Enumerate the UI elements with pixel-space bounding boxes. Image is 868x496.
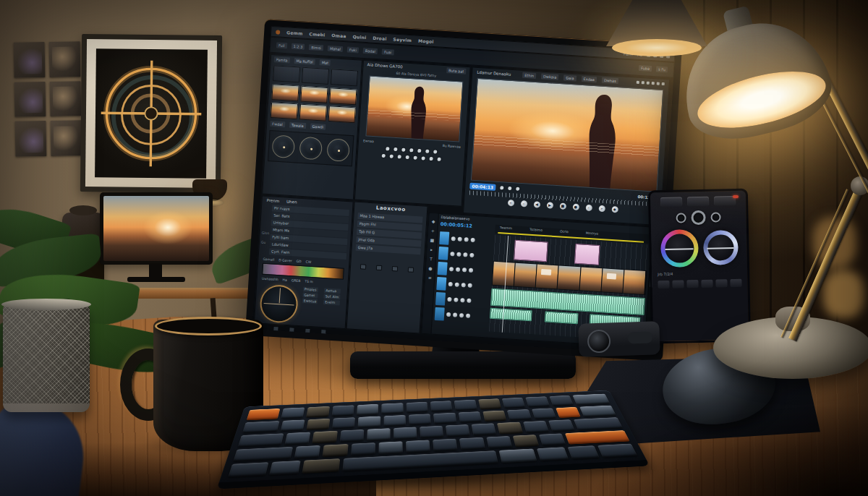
properties-tab[interactable]: Prenm: [266, 198, 279, 203]
timeline-tool-icon[interactable]: ≡: [428, 275, 432, 280]
program-header-icon[interactable]: [652, 82, 655, 85]
video-clip-frame[interactable]: [514, 263, 537, 288]
program-menu-item[interactable]: Dwhas: [602, 77, 618, 84]
source-transport-button[interactable]: [437, 158, 441, 161]
marker-dot[interactable]: [508, 187, 511, 190]
track-header[interactable]: [436, 277, 489, 293]
source-transport-button[interactable]: [413, 156, 417, 160]
panel-footer-icon[interactable]: [273, 326, 278, 331]
track-header[interactable]: [435, 307, 488, 323]
track-toggle-button[interactable]: [456, 252, 461, 257]
program-menu-item[interactable]: Gaia: [563, 74, 576, 81]
audio-clip-teal[interactable]: [545, 311, 579, 324]
track-toggle-button[interactable]: [446, 312, 451, 317]
toolbar-button[interactable]: Bimsi: [309, 44, 323, 51]
source-transport-button[interactable]: [381, 154, 385, 158]
track-toggle-button[interactable]: [467, 299, 471, 303]
video-clip-frame[interactable]: [536, 265, 559, 289]
transport-button[interactable]: ■: [559, 202, 566, 210]
video-clip-frame[interactable]: [579, 267, 603, 291]
timeline-tool-icon[interactable]: ▸: [430, 247, 433, 252]
timeline-tool-icon[interactable]: +: [431, 228, 435, 233]
track-select-block[interactable]: [439, 231, 449, 245]
wheel-param-label[interactable]: Gamei: [302, 292, 318, 298]
color-wheel[interactable]: [259, 284, 299, 324]
clip-thumbnail[interactable]: [302, 67, 329, 85]
track-select-block[interactable]: [438, 247, 448, 260]
color-tab[interactable]: Gamail: [263, 257, 274, 262]
source-transport-button[interactable]: [417, 149, 421, 153]
panel-footer-icon[interactable]: [289, 327, 294, 332]
program-header-icon[interactable]: [642, 81, 644, 84]
source-transport-button[interactable]: [405, 155, 409, 159]
track-toggle-button[interactable]: [447, 297, 451, 302]
track-select-block[interactable]: [435, 292, 446, 306]
transport-button[interactable]: ‹: [520, 200, 527, 208]
track-toggle-button[interactable]: [451, 236, 456, 241]
video-clip-pink[interactable]: [514, 240, 548, 262]
toolbar-button[interactable]: Fuki: [347, 47, 359, 54]
track-toggle-button[interactable]: [448, 282, 453, 286]
video-clip-frame[interactable]: [493, 262, 516, 286]
track-toggle-button[interactable]: [455, 282, 459, 286]
color-tab[interactable]: CW: [305, 260, 311, 263]
panel-footer-icon[interactable]: [392, 266, 398, 271]
clip-thumbnail[interactable]: [329, 87, 357, 105]
transport-button[interactable]: «: [507, 200, 514, 207]
track-toggle-button[interactable]: [468, 283, 472, 288]
menu-item[interactable]: Quini: [352, 34, 366, 40]
toolbar-button[interactable]: Mahal: [328, 46, 343, 52]
source-transport-button[interactable]: [421, 156, 425, 160]
clip-thumbnail[interactable]: [331, 69, 358, 86]
track-toggle-button[interactable]: [462, 268, 467, 272]
audio-clip-teal[interactable]: [490, 308, 532, 322]
clip-thumbnail[interactable]: [271, 84, 299, 101]
program-menu-item[interactable]: Dwkaia: [541, 73, 559, 80]
program-header-icon[interactable]: [637, 81, 639, 84]
menu-item[interactable]: Gemm: [286, 30, 303, 35]
track-toggle-button[interactable]: [449, 267, 454, 271]
project-tab[interactable]: Mat: [320, 59, 331, 66]
panel-footer-icon[interactable]: [305, 328, 310, 333]
program-menu-item[interactable]: Ethin: [522, 72, 536, 79]
menu-item[interactable]: Cmebi: [309, 31, 325, 37]
video-clip-frame[interactable]: [601, 268, 624, 293]
wheel-param-label[interactable]: Ewocua: [302, 298, 318, 304]
app-logo-dot[interactable]: [276, 30, 280, 34]
transport-button[interactable]: ◆: [611, 206, 618, 213]
color-tab[interactable]: D Gaver: [278, 258, 292, 262]
toolbar-button[interactable]: Fuba: [639, 65, 652, 72]
toolbar-button[interactable]: Fuai: [382, 49, 394, 56]
track-toggle-button[interactable]: [471, 238, 475, 242]
track-header[interactable]: [435, 292, 488, 308]
transport-button[interactable]: ◀: [533, 201, 540, 208]
program-header-icon[interactable]: [657, 82, 660, 85]
timeline-tool-icon[interactable]: ■: [430, 238, 435, 242]
timeline-tool-icon[interactable]: ●: [428, 266, 433, 270]
transport-button[interactable]: »: [598, 205, 605, 213]
track-header[interactable]: [439, 231, 492, 247]
panel-footer-icon[interactable]: [376, 265, 382, 270]
track-toggle-button[interactable]: [469, 253, 474, 257]
marker-dot[interactable]: [500, 186, 503, 189]
project-tab[interactable]: Ma Ruffal: [294, 58, 315, 65]
clip-thumbnail[interactable]: [271, 102, 298, 119]
video-clip-pink[interactable]: [574, 244, 600, 265]
source-transport-button[interactable]: [397, 155, 401, 158]
source-transport-button[interactable]: [386, 147, 389, 150]
source-transport-button[interactable]: [425, 150, 429, 153]
track-select-block[interactable]: [438, 262, 448, 275]
transport-button[interactable]: ▶: [546, 202, 553, 209]
source-transport-button[interactable]: [409, 148, 413, 152]
properties-tab[interactable]: Uhen: [286, 200, 297, 205]
toolbar-button[interactable]: 1:2.3: [291, 43, 305, 50]
toolbar-button[interactable]: Fuil: [276, 42, 287, 48]
project-tab[interactable]: Pamta: [274, 56, 290, 63]
timeline-tool-icon[interactable]: T: [430, 257, 433, 261]
transport-button[interactable]: ●: [572, 203, 579, 210]
marker-dot[interactable]: [516, 187, 519, 191]
program-header-icon[interactable]: [647, 82, 650, 85]
panel-footer-icon[interactable]: [320, 329, 326, 334]
source-transport-button[interactable]: [429, 157, 433, 161]
menu-item[interactable]: Seyvim: [393, 36, 412, 43]
